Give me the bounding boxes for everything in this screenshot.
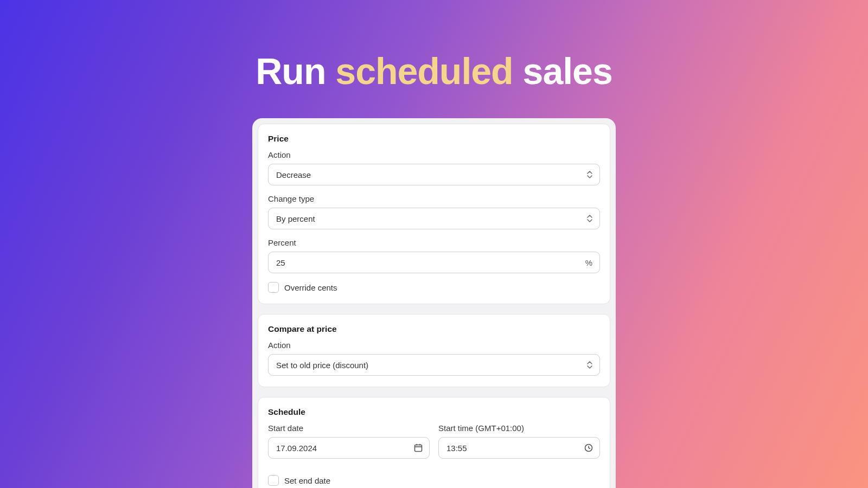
headline-part1: Run (256, 50, 335, 92)
schedule-card: Schedule Start date 17.09.2024 (258, 397, 610, 488)
percent-label: Percent (268, 238, 600, 247)
start-date-input[interactable]: 17.09.2024 (268, 437, 430, 459)
percent-input[interactable]: 25 (268, 252, 600, 273)
set-end-date-label: Set end date (284, 476, 330, 485)
price-title: Price (268, 134, 600, 144)
change-type-select[interactable]: By percent (268, 208, 600, 229)
page-headline: Run scheduled sales (0, 0, 868, 92)
compare-action-label: Action (268, 341, 600, 350)
start-date-value: 17.09.2024 (276, 444, 317, 453)
price-card: Price Action Decrease Change type By per… (258, 124, 610, 304)
compare-action-value: Set to old price (discount) (276, 361, 368, 370)
compare-action-select[interactable]: Set to old price (discount) (268, 354, 600, 376)
change-type-label: Change type (268, 194, 600, 203)
chevron-updown-icon (587, 361, 593, 369)
chevron-updown-icon (587, 214, 593, 223)
clock-icon (584, 443, 593, 453)
headline-accent: scheduled (335, 50, 513, 92)
schedule-title: Schedule (268, 407, 600, 417)
percent-suffix: % (585, 258, 592, 267)
compare-price-card: Compare at price Action Set to old price… (258, 314, 610, 387)
calendar-icon (413, 443, 423, 453)
start-time-input[interactable]: 13:55 (438, 437, 600, 459)
start-time-value: 13:55 (446, 444, 467, 453)
percent-value: 25 (276, 258, 285, 267)
override-cents-checkbox[interactable] (268, 282, 279, 293)
price-action-label: Action (268, 150, 600, 159)
svg-line-6 (589, 448, 590, 449)
change-type-value: By percent (276, 214, 315, 223)
form-panel: Price Action Decrease Change type By per… (252, 118, 616, 488)
set-end-date-checkbox[interactable] (268, 475, 279, 486)
price-action-select[interactable]: Decrease (268, 164, 600, 185)
chevron-updown-icon (587, 170, 593, 179)
price-action-value: Decrease (276, 170, 311, 179)
headline-part3: sales (513, 50, 612, 92)
override-cents-label: Override cents (284, 283, 337, 292)
compare-title: Compare at price (268, 324, 600, 334)
start-time-label: Start time (GMT+01:00) (438, 423, 600, 433)
start-date-label: Start date (268, 423, 430, 433)
svg-rect-0 (415, 445, 422, 452)
